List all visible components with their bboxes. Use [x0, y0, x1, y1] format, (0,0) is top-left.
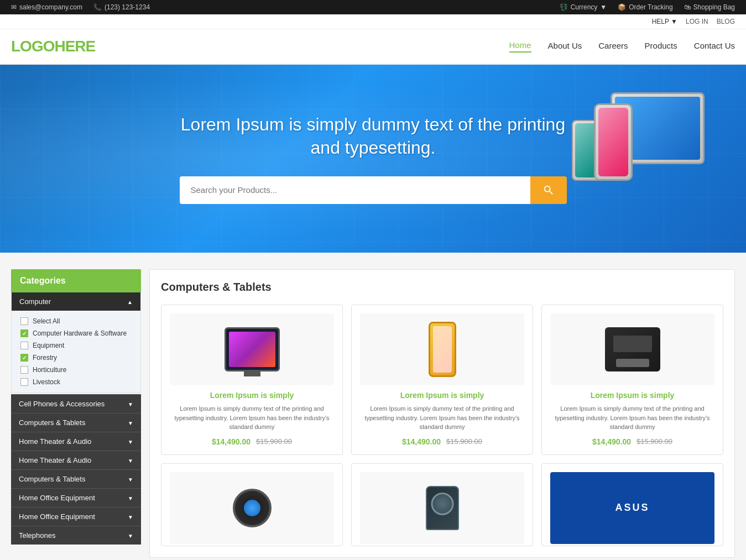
- category-item-hardware[interactable]: Computer Hardware & Software: [17, 327, 135, 339]
- search-button[interactable]: [530, 176, 567, 204]
- home-office-1-label: Home Office Equipment: [19, 494, 95, 502]
- product-title-2[interactable]: Lorem Ipsum is simply: [360, 391, 524, 400]
- hero-banner: Lorem Ipsum is simply dummy text of the …: [0, 65, 746, 253]
- computers-tablets-2-expand-icon: [128, 475, 133, 483]
- email-address: sales@company.com: [19, 3, 82, 11]
- logo-black: LOGO: [11, 38, 54, 55]
- computer-category-group: Computer Select All Computer Hardware & …: [11, 292, 141, 393]
- nav-home[interactable]: Home: [509, 40, 531, 53]
- logo-green: HERE: [54, 38, 95, 55]
- login-link[interactable]: LOG IN: [686, 18, 708, 25]
- checkbox-select-all[interactable]: [20, 317, 28, 325]
- home-theater-1-expand-icon: [128, 437, 133, 446]
- laptop-brand-label: ASUS: [615, 502, 649, 514]
- order-tracking-label: Order Tracking: [629, 3, 672, 11]
- sidebar-item-cell-phones[interactable]: Cell Phones & Accessories: [11, 394, 141, 413]
- sidebar-item-home-theater-2[interactable]: Home Theater & Audio: [11, 451, 141, 469]
- webcam-icon: [233, 489, 272, 527]
- currency-icon: 💱: [560, 3, 568, 11]
- category-item-livestock[interactable]: Livestock: [17, 376, 135, 388]
- checkbox-equipment[interactable]: [20, 342, 28, 349]
- product-title-3[interactable]: Lorem Ipsum is simply: [550, 391, 714, 400]
- sidebar-item-home-office-1[interactable]: Home Office Equipment: [11, 488, 141, 507]
- product-title-1[interactable]: Lorem Ipsum is simply: [170, 391, 334, 400]
- sidebar-item-home-theater-1[interactable]: Home Theater & Audio: [11, 432, 141, 451]
- printer-icon: [605, 327, 660, 371]
- search-icon: [542, 184, 555, 196]
- category-item-label-select-all: Select All: [33, 317, 60, 325]
- category-item-label-livestock: Livestock: [33, 378, 60, 386]
- price-current-2: $14,490.00: [402, 437, 441, 446]
- hero-text: Lorem Ipsum is simply dummy text of the …: [180, 113, 567, 159]
- category-item-label-horticulture: Horticulture: [33, 366, 66, 374]
- computer-category-body: Select All Computer Hardware & Software …: [12, 311, 140, 392]
- sidebar-title: Categories: [11, 269, 141, 292]
- bag-icon: 🛍: [684, 3, 691, 11]
- product-image-4: [170, 472, 334, 544]
- secondary-nav: HELP ▼ LOG IN BLOG: [0, 14, 746, 29]
- sidebar: Categories Computer Select All Computer …: [11, 269, 141, 558]
- category-item-equipment[interactable]: Equipment: [17, 339, 135, 352]
- checkbox-hardware[interactable]: [20, 329, 28, 337]
- order-tracking-item[interactable]: 📦 Order Tracking: [618, 3, 672, 11]
- products-area: Computers & Tablets Lorem Ipsum is simpl…: [149, 269, 735, 558]
- blog-link[interactable]: BLOG: [717, 18, 735, 25]
- email-item[interactable]: ✉ sales@company.com: [11, 3, 82, 11]
- top-bar: ✉ sales@company.com 📞 (123) 123-1234 💱 C…: [0, 0, 746, 14]
- checkbox-livestock[interactable]: [20, 378, 28, 386]
- nav-careers[interactable]: Careers: [598, 41, 628, 52]
- category-item-label-hardware: Computer Hardware & Software: [33, 329, 127, 337]
- product-image-2: [360, 313, 524, 385]
- computer-category-header[interactable]: Computer: [12, 292, 140, 311]
- order-icon: 📦: [618, 3, 626, 11]
- currency-label: Currency: [571, 3, 598, 11]
- home-office-2-label: Home Office Equipment: [19, 512, 95, 521]
- product-desc-1: Lorem Ipsum is simply dummy text of the …: [170, 404, 334, 432]
- shopping-bag-item[interactable]: 🛍 Shopping Bag: [684, 3, 735, 11]
- cell-phones-label: Cell Phones & Accessories: [19, 400, 105, 408]
- sidebar-item-telephones[interactable]: Telephones: [11, 526, 141, 545]
- computers-tablets-2-label: Computers & Tablets: [19, 475, 85, 483]
- phone-device: [594, 103, 633, 181]
- sidebar-item-home-office-2[interactable]: Home Office Equipment: [11, 507, 141, 526]
- home-theater-2-expand-icon: [128, 456, 133, 464]
- sidebar-item-computers-tablets-2[interactable]: Computers & Tablets: [11, 469, 141, 488]
- computer-category-label: Computer: [19, 297, 51, 306]
- price-original-2: $15,900.00: [446, 437, 482, 446]
- telephones-label: Telephones: [19, 531, 56, 540]
- logo[interactable]: LOGOHERE: [11, 38, 95, 55]
- phone-item[interactable]: 📞 (123) 123-1234: [93, 3, 150, 11]
- top-bar-left: ✉ sales@company.com 📞 (123) 123-1234: [11, 3, 150, 11]
- product-price-2: $14,490.00 $15,900.00: [360, 437, 524, 446]
- category-item-forestry[interactable]: Forestry: [17, 352, 135, 364]
- category-item-select-all[interactable]: Select All: [17, 315, 135, 327]
- nav-about[interactable]: About Us: [548, 41, 582, 52]
- product-image-6: ASUS: [550, 472, 714, 544]
- currency-item[interactable]: 💱 Currency ▼: [560, 3, 607, 11]
- monitor-icon: [225, 327, 280, 371]
- computers-tablets-expand-icon: [128, 418, 133, 427]
- main-content: Categories Computer Select All Computer …: [0, 253, 746, 560]
- nav-contact[interactable]: Contact Us: [694, 41, 735, 52]
- products-grid: Lorem Ipsum is simply Lorem Ipsum is sim…: [161, 305, 723, 546]
- checkbox-forestry[interactable]: [20, 354, 28, 362]
- phone-icon: 📞: [93, 3, 102, 11]
- price-original-3: $15,900.00: [637, 437, 672, 446]
- checkbox-horticulture[interactable]: [20, 366, 28, 374]
- product-image-3: [550, 313, 714, 385]
- home-theater-2-label: Home Theater & Audio: [19, 456, 91, 464]
- product-card-5: [351, 463, 533, 546]
- nav-products[interactable]: Products: [645, 41, 677, 52]
- home-office-2-expand-icon: [128, 512, 133, 521]
- sidebar-item-computers-tablets[interactable]: Computers & Tablets: [11, 413, 141, 432]
- product-card-6: ASUS: [541, 463, 723, 546]
- help-item[interactable]: HELP ▼: [652, 18, 677, 25]
- product-card-4: [161, 463, 343, 546]
- category-item-horticulture[interactable]: Horticulture: [17, 364, 135, 376]
- header: LOGOHERE Home About Us Careers Products …: [0, 29, 746, 65]
- search-input[interactable]: [180, 176, 530, 204]
- computers-tablets-label: Computers & Tablets: [19, 418, 85, 427]
- product-image-5: [360, 472, 524, 544]
- product-card-1: Lorem Ipsum is simply Lorem Ipsum is sim…: [161, 305, 343, 455]
- product-desc-2: Lorem Ipsum is simply dummy text of the …: [360, 404, 524, 432]
